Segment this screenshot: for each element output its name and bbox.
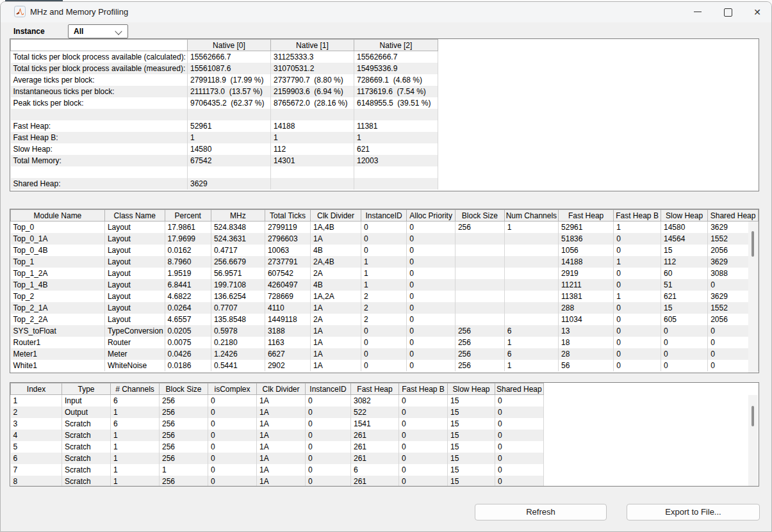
cell: Top_0_4B [11, 245, 105, 256]
maximize-button[interactable] [717, 2, 739, 22]
cell: 0 [614, 348, 661, 360]
cell: 0 [208, 441, 257, 453]
table-row[interactable] [11, 166, 438, 178]
cell: 0 [661, 337, 707, 348]
table-row[interactable]: Average ticks per block:2799118.9 (17.99… [11, 74, 438, 86]
table-row[interactable]: Top_2Layout4.6822136.62547286691A,2A2011… [11, 291, 759, 302]
cell [270, 109, 354, 120]
cell [504, 268, 558, 279]
table-row[interactable]: SYS_toFloatTypeConversion0.02050.5978318… [11, 325, 759, 337]
title-bar[interactable]: MHz and Memory Profiling ✕ [1, 2, 771, 22]
table-row[interactable]: Meter1Meter0.04261.242666271A00256628000 [11, 348, 759, 360]
cell: 18 [559, 337, 614, 348]
cell: 0 [407, 291, 456, 302]
table-row[interactable]: Top_0Layout17.9861524.834827991191A,4B00… [11, 222, 759, 233]
cell: 1 [111, 453, 160, 464]
column-header: Type [62, 383, 111, 395]
cell: 0 [306, 395, 351, 407]
table-row[interactable]: Top_1_4BLayout6.8441199.710842604974B101… [11, 279, 759, 291]
cell: 261 [351, 430, 399, 441]
table-row[interactable]: 4Scratch125601A02610150 [11, 430, 544, 441]
cell [504, 314, 558, 325]
table-row[interactable]: Fast Heap B:111 [11, 132, 438, 143]
table-row[interactable]: 2Output125601A05220150 [11, 407, 544, 418]
table-row[interactable]: Top_2_1ALayout0.02640.770741101A20288015… [11, 302, 759, 314]
cell: 56 [559, 360, 614, 371]
table-row[interactable]: Instantaneous ticks per block:2111173.0 … [11, 86, 438, 97]
table-row[interactable]: 7Scratch1101A060150 [11, 464, 544, 476]
table-row[interactable]: Shared Heap:3629 [11, 178, 438, 189]
cell: 2 [11, 407, 62, 418]
table-row[interactable]: Fast Heap:529611418811381 [11, 120, 438, 132]
cell: 15 [448, 441, 495, 453]
table-row[interactable]: Total ticks per block process available … [11, 51, 438, 63]
scrollbar-thumb[interactable] [751, 406, 754, 426]
table-row[interactable]: Total Memory:675421430112003 [11, 155, 438, 166]
table-row[interactable]: Total ticks per block process available … [11, 63, 438, 74]
cell: 17.9861 [165, 222, 211, 233]
table-row[interactable]: White1WhiteNoise0.01860.544129021A002561… [11, 360, 759, 371]
table-row[interactable]: Top_1Layout8.7960256.667927377912A,4B101… [11, 256, 759, 268]
cell [455, 268, 504, 279]
cell: 1A [257, 430, 306, 441]
table-row[interactable]: 8Scratch125601A02610150 [11, 476, 544, 487]
cell: 15 [448, 476, 495, 487]
table-row[interactable]: 1Input625601A030820150 [11, 395, 544, 407]
cell: 15 [661, 302, 707, 314]
maximize-icon [724, 8, 732, 17]
minimize-button[interactable] [687, 2, 709, 22]
cell: Top_0_1A [11, 233, 105, 245]
cell: 12003 [354, 155, 438, 166]
table-row[interactable]: 3Scratch625601A015410150 [11, 418, 544, 430]
matlab-app-icon [14, 6, 26, 17]
cell [455, 291, 504, 302]
cell: 0.0264 [165, 302, 211, 314]
cell: 3082 [351, 395, 399, 407]
column-header: Module Name [11, 210, 105, 222]
refresh-button[interactable]: Refresh [475, 504, 607, 520]
module-table: Module NameClass NamePercentMHzTotal Tic… [10, 209, 759, 371]
column-header: Total Ticks [265, 210, 310, 222]
cell: 524.8348 [211, 222, 265, 233]
table-row[interactable]: Slow Heap:14580112621 [11, 143, 438, 155]
table-row[interactable]: Peak ticks per block:9706435.2 (62.37 %)… [11, 97, 438, 109]
cell: 1A,4B [311, 222, 361, 233]
cell [354, 109, 438, 120]
cell: 14580 [661, 222, 707, 233]
cell: 256 [455, 325, 504, 337]
cell: 2A [311, 268, 361, 279]
cell [354, 166, 438, 178]
cell: 15 [448, 453, 495, 464]
buffer-table-scrollbar[interactable] [748, 395, 758, 486]
table-row[interactable]: Top_2_2ALayout4.6557135.854814491182A201… [11, 314, 759, 325]
cell: 11381 [559, 291, 614, 302]
instance-dropdown[interactable]: All [68, 24, 128, 38]
table-row[interactable] [11, 109, 438, 120]
header-row: IndexType# ChannelsBlock SizeisComplexCl… [11, 383, 544, 395]
cell: 15495336.9 [354, 63, 438, 74]
close-button[interactable]: ✕ [746, 2, 768, 22]
cell: 4.6822 [165, 291, 211, 302]
table-row[interactable]: Top_0_1ALayout17.9699524.363127966031A00… [11, 233, 759, 245]
table-row[interactable]: Top_0_4BLayout0.01620.4717100634B0010560… [11, 245, 759, 256]
cell: Router [104, 337, 165, 348]
cell: 0 [399, 407, 448, 418]
export-to-file-button[interactable]: Export to File... [627, 504, 760, 520]
table-row[interactable]: Router1Router0.00750.218011631A002561180… [11, 337, 759, 348]
table-row[interactable]: 6Scratch125601A02610150 [11, 453, 544, 464]
column-header: Clk Divider [311, 210, 361, 222]
module-table-scrollbar[interactable] [748, 222, 758, 373]
scrollbar-thumb[interactable] [751, 231, 754, 257]
cell: 0 [614, 325, 661, 337]
column-header: Block Size [455, 210, 504, 222]
cell: 0 [614, 337, 661, 348]
cell: 0 [306, 430, 351, 441]
cell: 1056 [559, 245, 614, 256]
table-row[interactable]: Top_1_2ALayout1.951956.95716075422A10291… [11, 268, 759, 279]
cell: 4B [311, 245, 361, 256]
table-row[interactable]: 5Scratch125601A02610150 [11, 441, 544, 453]
cell: Meter1 [11, 348, 105, 360]
cell: 0.7707 [211, 302, 265, 314]
cell: 0 [407, 325, 456, 337]
cell [504, 279, 558, 291]
